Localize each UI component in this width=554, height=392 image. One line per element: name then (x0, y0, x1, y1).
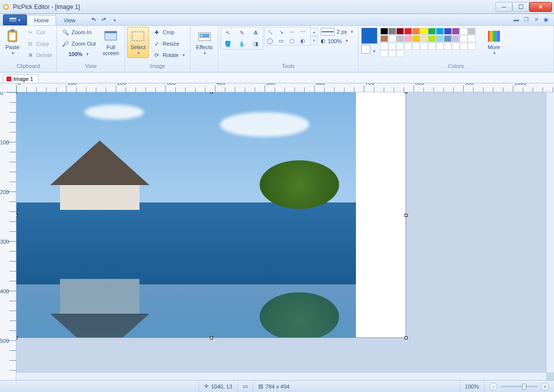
tab-view[interactable]: View (56, 15, 83, 25)
effects-button[interactable]: Effects▼ (193, 27, 216, 58)
palette-color[interactable] (468, 35, 476, 42)
palette-color[interactable] (388, 50, 396, 57)
palette-color[interactable] (420, 35, 428, 42)
select-button[interactable]: Select▼ (127, 27, 149, 58)
horizontal-scrollbar[interactable] (16, 372, 546, 380)
resize-handle-w[interactable] (16, 214, 17, 217)
stroke-width-selector[interactable]: 2 px▼ (321, 28, 354, 36)
minimize-button[interactable]: ─ (495, 2, 512, 12)
palette-color[interactable] (436, 35, 444, 42)
palette-color[interactable] (396, 28, 404, 35)
resize-handle-s[interactable] (210, 336, 213, 339)
palette-color[interactable] (468, 43, 476, 50)
document-tab-image1[interactable]: Image 1 (3, 74, 39, 83)
shape-gallery-expand[interactable]: ▾ (311, 36, 318, 45)
qat-dropdown[interactable]: ▼ (113, 18, 117, 23)
crop-button[interactable]: ✚Crop (150, 27, 188, 38)
zoom-out-small-button[interactable]: − (489, 383, 497, 391)
delete-button[interactable]: ✖Delete (24, 50, 55, 61)
palette-color[interactable] (412, 28, 420, 35)
palette-color[interactable] (380, 50, 388, 57)
help-button[interactable]: ◉ (542, 15, 550, 23)
zoom-slider-thumb[interactable] (522, 384, 526, 390)
more-colors-button[interactable]: More▼ (484, 27, 504, 58)
fullscreen-button[interactable]: Full screen (99, 27, 123, 59)
palette-color[interactable] (404, 28, 412, 35)
primary-color-swatch[interactable] (361, 28, 377, 44)
resize-button[interactable]: ⤢Resize (150, 38, 188, 49)
palette-color[interactable] (436, 28, 444, 35)
pointer-tool[interactable]: ↖ (221, 27, 235, 38)
opacity-selector[interactable]: ◐ 100%▼ (321, 38, 354, 44)
palette-color[interactable] (388, 35, 396, 42)
palette-color[interactable] (404, 43, 412, 50)
eyedropper-tool[interactable]: 💧 (235, 38, 249, 49)
palette-color[interactable] (428, 28, 436, 35)
palette-color[interactable] (412, 35, 420, 42)
zoom-in-small-button[interactable]: + (541, 383, 549, 391)
canvas-page[interactable] (16, 92, 406, 337)
palette-color[interactable] (460, 43, 468, 50)
callout-shape[interactable]: ◐ (297, 36, 308, 45)
curve-shape[interactable]: 〰 (297, 27, 308, 36)
rotate-button[interactable]: ⟳Rotate▼ (150, 50, 188, 61)
palette-color[interactable] (396, 35, 404, 42)
zoom-level-button[interactable]: 100%▼ (59, 50, 98, 59)
palette-color[interactable] (396, 43, 404, 50)
palette-color[interactable] (428, 43, 436, 50)
palette-color[interactable] (396, 50, 404, 57)
palette-color[interactable] (420, 28, 428, 35)
restore-child-window-button[interactable]: ❐ (522, 15, 530, 23)
eraser-tool[interactable]: ◨ (249, 38, 263, 49)
palette-color[interactable] (452, 28, 460, 35)
tab-home[interactable]: Home (27, 15, 56, 25)
palette-color[interactable] (404, 35, 412, 42)
undo-button[interactable] (88, 15, 98, 25)
palette-color[interactable] (388, 28, 396, 35)
ellipse-shape[interactable]: ◯ (265, 36, 276, 45)
palette-color[interactable] (452, 35, 460, 42)
double-arrow-shape[interactable]: ↔ (286, 27, 297, 36)
pencil-tool[interactable]: ✎ (235, 27, 249, 38)
palette-color[interactable] (444, 28, 452, 35)
maximize-button[interactable]: ☐ (512, 2, 529, 12)
text-tool[interactable]: A (249, 27, 263, 38)
resize-handle-n[interactable] (210, 92, 213, 93)
close-child-window-button[interactable]: ✕ (532, 15, 540, 23)
resize-handle-se[interactable] (405, 336, 408, 339)
zoom-in-button[interactable]: 🔍Zoom In (59, 27, 98, 38)
palette-color[interactable] (460, 28, 468, 35)
redo-button[interactable] (100, 15, 110, 25)
palette-color[interactable] (452, 43, 460, 50)
zoom-out-button[interactable]: 🔎Zoom Out (59, 38, 98, 49)
close-button[interactable]: ✕ (529, 2, 552, 12)
palette-color[interactable] (388, 43, 396, 50)
palette-color[interactable] (380, 28, 388, 35)
application-menu-button[interactable]: ▼ (3, 14, 27, 25)
resize-handle-sw[interactable] (16, 336, 17, 339)
palette-color[interactable] (428, 35, 436, 42)
resize-handle-nw[interactable] (16, 92, 17, 93)
resize-handle-e[interactable] (405, 214, 408, 217)
palette-color[interactable] (380, 43, 388, 50)
cut-button[interactable]: ✂Cut (24, 27, 55, 38)
palette-color[interactable] (380, 35, 388, 42)
shape-scroll-up[interactable]: ▲ (311, 28, 318, 36)
zoom-slider[interactable]: − + (489, 383, 549, 391)
secondary-color-swatch[interactable] (361, 45, 370, 54)
palette-color[interactable] (444, 35, 452, 42)
resize-handle-ne[interactable] (405, 92, 408, 93)
arrow-shape[interactable]: ↘ (276, 27, 286, 36)
palette-color[interactable] (420, 43, 428, 50)
fill-tool[interactable]: 🪣 (221, 38, 235, 49)
vertical-scrollbar[interactable] (546, 92, 554, 372)
palette-color[interactable] (444, 43, 452, 50)
copy-button[interactable]: ⧉Copy (24, 38, 55, 49)
palette-color[interactable] (412, 43, 420, 50)
palette-color[interactable] (460, 35, 468, 42)
minimize-ribbon-button[interactable]: ▬ (512, 15, 520, 23)
palette-color[interactable] (436, 43, 444, 50)
rectangle-shape[interactable]: ▭ (276, 36, 286, 45)
rounded-rect-shape[interactable]: ▢ (286, 36, 297, 45)
palette-color[interactable] (468, 28, 476, 35)
